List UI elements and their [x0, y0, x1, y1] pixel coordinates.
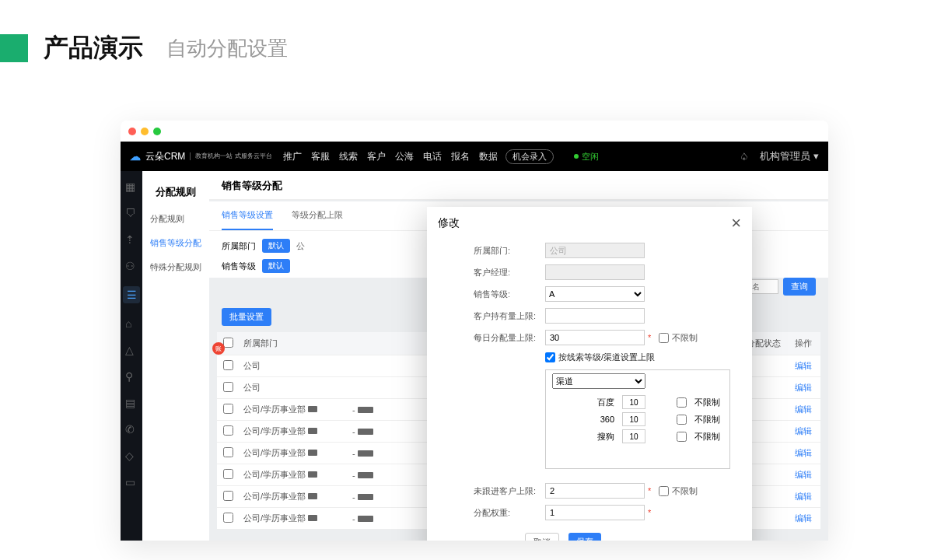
logo-subtext: 教育机构一站 式服务云平台	[190, 152, 271, 160]
nav-service[interactable]: 客服	[311, 150, 330, 163]
close-window-dot[interactable]	[128, 128, 136, 135]
grade-select[interactable]: A	[545, 286, 645, 302]
unfollow-unlimited-checkbox[interactable]	[659, 486, 669, 496]
filter-company[interactable]: 公	[296, 240, 305, 252]
search-button[interactable]: 查询	[783, 278, 816, 296]
warn-icon[interactable]: △	[125, 344, 138, 356]
tab-grade-limits[interactable]: 等级分配上限	[292, 201, 343, 230]
channel-box: 渠道 百度 不限制 360 不限制 搜狗 不限制	[545, 369, 730, 469]
col-dept: 所属部门	[239, 338, 348, 349]
person-icon[interactable]: ⚲	[125, 370, 138, 383]
daily-input[interactable]	[545, 330, 645, 345]
batch-settings-button[interactable]: 批量设置	[222, 308, 271, 326]
nav-phone[interactable]: 电话	[423, 150, 442, 163]
logo[interactable]: ☁ 云朵CRM 教育机构一站 式服务云平台	[130, 150, 272, 163]
unfollow-unlimited-label: 不限制	[672, 485, 698, 497]
row-checkbox[interactable]	[223, 469, 233, 479]
bell-icon[interactable]: ♤	[740, 151, 749, 163]
edit-link[interactable]: 编辑	[795, 470, 812, 479]
edit-link[interactable]: 编辑	[795, 492, 812, 501]
channel-unlimited-label: 不限制	[694, 431, 720, 443]
shield-icon[interactable]: ⛉	[125, 207, 138, 219]
row-checkbox[interactable]	[223, 425, 233, 436]
cancel-button[interactable]: 取消	[525, 533, 559, 541]
nav-public[interactable]: 公海	[395, 150, 414, 163]
nav-signup[interactable]: 报名	[451, 150, 470, 163]
status-indicator[interactable]: 空闲	[574, 151, 599, 163]
channel-name: 360	[583, 415, 614, 424]
sidebar-item-grade[interactable]: 销售等级分配	[142, 231, 209, 255]
hold-input[interactable]	[545, 308, 645, 324]
weight-label: 分配权重:	[474, 507, 545, 519]
logo-mark: ☁	[130, 150, 141, 163]
channel-unlimited-checkbox[interactable]	[677, 397, 687, 408]
grade-label: 销售等级:	[474, 289, 545, 300]
row-dept: 公司/学历事业部	[239, 447, 348, 459]
page-header: 产品演示 自动分配设置	[0, 0, 941, 89]
by-channel-checkbox[interactable]	[545, 352, 555, 362]
maximize-window-dot[interactable]	[153, 128, 161, 135]
row-dept: 公司	[239, 360, 348, 372]
row-checkbox[interactable]	[223, 513, 233, 523]
nav-data[interactable]: 数据	[479, 150, 498, 163]
home-icon[interactable]: ⌂	[125, 317, 138, 330]
edit-link[interactable]: 编辑	[795, 361, 812, 370]
edit-link[interactable]: 编辑	[795, 404, 812, 414]
filter-default-chip[interactable]: 默认	[262, 239, 290, 253]
notification-badge[interactable]: 账	[212, 342, 225, 355]
doc-icon[interactable]: ▤	[125, 397, 138, 409]
sidebar-item-special[interactable]: 特殊分配规则	[142, 255, 209, 279]
users-icon[interactable]: ⚇	[125, 260, 138, 272]
nav-leads[interactable]: 线索	[339, 150, 358, 163]
accent-block	[0, 34, 28, 62]
filter-grade-chip[interactable]: 默认	[262, 259, 290, 273]
mgr-input	[545, 264, 645, 280]
weight-input[interactable]	[545, 505, 645, 520]
daily-unlimited-checkbox[interactable]	[659, 333, 669, 343]
channel-row: 搜狗 不限制	[552, 428, 723, 445]
modal-title: 修改	[438, 216, 460, 230]
opportunity-entry-button[interactable]: 机会录入	[505, 149, 554, 164]
tab-grade-settings[interactable]: 销售等级设置	[222, 201, 273, 230]
row-dept: 公司/学历事业部	[239, 425, 348, 437]
unfollow-input[interactable]	[545, 483, 645, 499]
channel-unlimited-checkbox[interactable]	[677, 415, 687, 425]
nav-promote[interactable]: 推广	[283, 150, 302, 163]
required-star: *	[648, 486, 651, 495]
channel-unlimited-checkbox[interactable]	[677, 432, 687, 442]
close-icon[interactable]: ×	[731, 215, 741, 232]
edit-link[interactable]: 编辑	[795, 448, 812, 457]
save-button[interactable]: 保存	[568, 533, 601, 541]
app-root: ☁ 云朵CRM 教育机构一站 式服务云平台 推广 客服 线索 客户 公海 电话 …	[121, 142, 828, 541]
page-title: 产品演示	[44, 31, 143, 65]
row-dept: 公司/学历事业部	[239, 513, 348, 524]
channel-limit-input[interactable]	[622, 395, 645, 409]
required-star: *	[648, 333, 651, 342]
channel-limit-input[interactable]	[622, 412, 645, 426]
row-checkbox[interactable]	[223, 491, 233, 501]
sidebar-item-rules[interactable]: 分配规则	[142, 207, 209, 231]
msg-icon[interactable]: ▭	[125, 476, 138, 488]
distribute-icon[interactable]: ☰	[123, 286, 140, 303]
row-checkbox[interactable]	[223, 360, 233, 370]
tag-icon[interactable]: ◇	[125, 450, 138, 462]
edit-link[interactable]: 编辑	[795, 513, 812, 523]
channel-name: 百度	[583, 397, 614, 408]
by-channel-label: 按线索等级/渠道设置上限	[558, 352, 655, 363]
row-checkbox[interactable]	[223, 447, 233, 457]
filter-dept-label: 所属部门	[222, 240, 256, 252]
call-icon[interactable]: ✆	[125, 423, 138, 436]
row-checkbox[interactable]	[223, 382, 233, 392]
nav-customers[interactable]: 客户	[367, 150, 386, 163]
edit-link[interactable]: 编辑	[795, 426, 812, 436]
edit-link[interactable]: 编辑	[795, 383, 812, 392]
stats-icon[interactable]: ⇡	[125, 233, 138, 246]
logo-text: 云朵CRM	[145, 150, 185, 163]
dashboard-icon[interactable]: ▦	[125, 180, 138, 193]
page-subtitle: 自动分配设置	[166, 35, 288, 62]
minimize-window-dot[interactable]	[141, 128, 149, 135]
channel-limit-input[interactable]	[622, 429, 645, 443]
channel-type-select[interactable]: 渠道	[552, 373, 645, 389]
row-checkbox[interactable]	[223, 404, 233, 414]
user-menu[interactable]: 机构管理员 ▾	[760, 149, 819, 163]
